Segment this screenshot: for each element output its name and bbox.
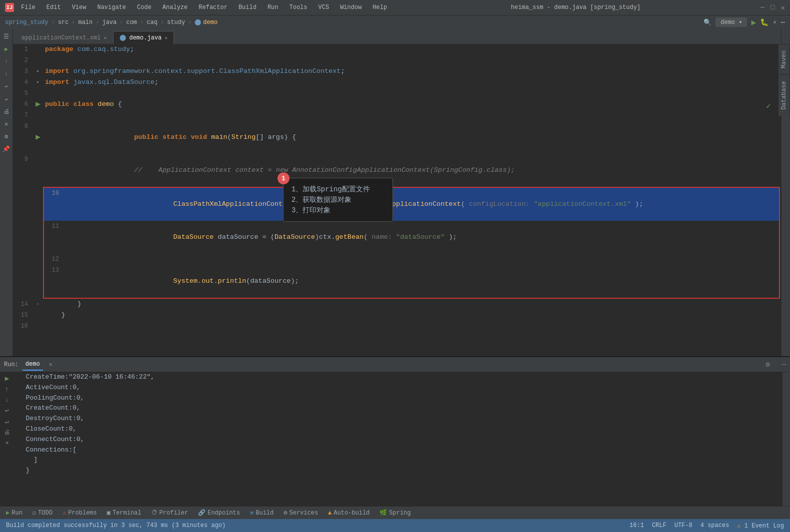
- title-menu-vcs[interactable]: VCS: [314, 3, 334, 12]
- tab-applicationcontext[interactable]: applicationContext.xml ✕: [15, 31, 113, 44]
- code-line-14: 14 ▸ }: [13, 299, 781, 310]
- panel-icon-arrows-up[interactable]: ↑: [1, 56, 12, 67]
- panel-icon-soft-wrap[interactable]: ↵: [1, 93, 12, 104]
- tab-applicationcontext-close[interactable]: ✕: [104, 35, 106, 41]
- title-menu-build[interactable]: Build: [234, 3, 260, 12]
- bottom-spring-label: Spring: [389, 510, 410, 517]
- code-line-5: 5: [13, 88, 781, 99]
- nav-search-icon[interactable]: 🔍: [704, 18, 712, 26]
- breadcrumb-main[interactable]: main: [78, 19, 92, 26]
- status-spaces[interactable]: 4 spaces: [700, 522, 730, 529]
- bottom-autobuild-label: Auto-build: [334, 510, 370, 517]
- run-up-icon[interactable]: ↑: [5, 386, 9, 393]
- breadcrumb-src[interactable]: src: [58, 19, 69, 26]
- maximize-button[interactable]: □: [770, 3, 774, 12]
- status-event-log[interactable]: ⚠ 1 Event Log: [737, 522, 784, 530]
- tooltip-badge: 1: [278, 172, 290, 184]
- bottom-build-button[interactable]: ⚒ Build: [248, 508, 276, 518]
- code-line-7: 7: [13, 110, 781, 121]
- title-menu-navigate[interactable]: Navigate: [93, 3, 130, 12]
- bottom-run-label: Run: [12, 510, 22, 517]
- bottom-profiler-label: Profiler: [160, 510, 188, 517]
- title-menu-code[interactable]: Code: [133, 3, 156, 12]
- nav-debug-button[interactable]: 🐛: [760, 18, 768, 26]
- bottom-spring-button[interactable]: 🌿 Spring: [378, 508, 412, 518]
- status-encoding[interactable]: UTF-8: [674, 522, 692, 529]
- title-menu-analyze[interactable]: Analyze: [158, 3, 192, 12]
- title-menu-edit[interactable]: Edit: [42, 3, 65, 12]
- breadcrumb-caq[interactable]: caq: [146, 19, 158, 26]
- nav-run-config[interactable]: demo ▾: [716, 17, 747, 27]
- run-remove-icon[interactable]: ✕: [5, 439, 8, 447]
- bottom-run-button[interactable]: ▶ Run: [4, 508, 24, 518]
- code-editor[interactable]: ✓ 1 package com.caq.study; 2: [13, 44, 781, 356]
- run-print-icon[interactable]: 🖨: [4, 429, 10, 436]
- bottom-terminal-button[interactable]: ▣ Terminal: [105, 508, 144, 518]
- panel-icon-remove[interactable]: ✕: [1, 118, 12, 129]
- nav-run-coverage[interactable]: ⚡: [772, 18, 776, 26]
- breadcrumb-study[interactable]: study: [167, 19, 185, 26]
- run-out-3: PoolingCount:0,: [18, 393, 782, 404]
- code-line-6: 6 ▶ public class demo {: [13, 99, 781, 110]
- title-bar: IJ File Edit View Navigate Code Analyze …: [0, 0, 790, 15]
- run-out-7: ConnectCount:0,: [18, 435, 782, 445]
- title-menu-window[interactable]: Window: [336, 3, 366, 12]
- run-tab-demo-close[interactable]: ✕: [49, 361, 52, 368]
- run-wrap-icon[interactable]: ↩: [5, 407, 9, 415]
- status-position[interactable]: 16:1: [630, 522, 644, 529]
- title-menu-help[interactable]: Help: [368, 3, 391, 12]
- breadcrumb-java[interactable]: java: [102, 19, 116, 26]
- run-tab-demo[interactable]: demo: [22, 359, 43, 371]
- bottom-endpoints-button[interactable]: 🔗 Endpoints: [196, 508, 242, 518]
- app-logo: IJ: [5, 3, 14, 12]
- title-menu-view[interactable]: View: [68, 3, 90, 12]
- run-panel-minimize[interactable]: ─: [782, 361, 786, 369]
- status-crlf[interactable]: CRLF: [652, 522, 666, 529]
- run-softwrap-icon[interactable]: ↵: [5, 418, 9, 426]
- nav-more[interactable]: ⋯: [781, 18, 785, 26]
- minimize-button[interactable]: ─: [760, 3, 764, 12]
- code-line-12: 12: [44, 254, 779, 265]
- todo-icon: ☑: [32, 509, 36, 517]
- tab-demo-close[interactable]: ✕: [164, 35, 168, 41]
- close-button[interactable]: ✕: [781, 3, 785, 12]
- breadcrumb-com[interactable]: com: [126, 19, 137, 26]
- tab-demo[interactable]: ⬤ demo.java ✕: [113, 31, 174, 44]
- panel-icon-structure[interactable]: ☰: [1, 31, 12, 42]
- bottom-problems-label: Problems: [68, 510, 97, 517]
- run-play-icon[interactable]: ▶: [5, 374, 9, 383]
- breadcrumb-spring-study[interactable]: spring_study: [5, 19, 48, 26]
- breadcrumb-demo[interactable]: demo: [203, 19, 218, 26]
- title-menu-refactor[interactable]: Refactor: [194, 3, 232, 12]
- title-left: IJ File Edit View Navigate Code Analyze …: [5, 3, 391, 12]
- code-line-9: 9 // ApplicationContext context = new An…: [13, 154, 781, 187]
- panel-icon-print[interactable]: 🖨: [1, 106, 12, 117]
- services-icon: ⚙: [284, 509, 287, 517]
- run-panel-body: ▶ ↑ ↓ ↩ ↵ 🖨 ✕ CreateTime:"2022-06-10 16:…: [0, 372, 790, 506]
- run-output: CreateTime:"2022-06-10 16:46:22", Active…: [14, 372, 782, 506]
- title-menu-run[interactable]: Run: [264, 3, 282, 12]
- bottom-services-button[interactable]: ⚙ Services: [282, 508, 320, 518]
- bottom-problems-button[interactable]: ⚠ Problems: [60, 508, 99, 518]
- bottom-profiler-button[interactable]: ⏱ Profiler: [150, 508, 190, 518]
- bottom-todo-button[interactable]: ☑ TODO: [30, 508, 54, 518]
- nav-run-button[interactable]: ▶: [751, 17, 756, 27]
- profiler-icon: ⏱: [152, 509, 158, 517]
- tooltip-line-1: 1、加载Spring配置文件: [292, 185, 384, 194]
- far-right-database[interactable]: Database: [778, 74, 790, 116]
- run-down-icon[interactable]: ↓: [5, 396, 9, 404]
- panel-icon-settings[interactable]: ⚙: [1, 131, 12, 142]
- bottom-endpoints-label: Endpoints: [208, 510, 240, 517]
- panel-icon-arrows-down[interactable]: ↓: [1, 68, 12, 79]
- panel-icon-pin[interactable]: 📌: [1, 143, 12, 154]
- terminal-icon: ▣: [107, 509, 110, 517]
- title-menu-file[interactable]: File: [17, 3, 40, 12]
- panel-icon-wrap[interactable]: ↩: [1, 81, 12, 92]
- bottom-autobuild-button[interactable]: ▲ Auto-build: [326, 509, 372, 518]
- run-panel-settings[interactable]: ⚙: [766, 360, 770, 369]
- far-right-maven[interactable]: Maven: [778, 44, 790, 74]
- run-panel: Run: demo ✕ ⚙ ─ ▶ ↑ ↓ ↩ ↵ 🖨 ✕ CreateTime…: [0, 356, 790, 506]
- title-menu-tools[interactable]: Tools: [286, 3, 312, 12]
- panel-icon-run[interactable]: ▶: [1, 43, 12, 54]
- bottom-services-label: Services: [289, 510, 318, 517]
